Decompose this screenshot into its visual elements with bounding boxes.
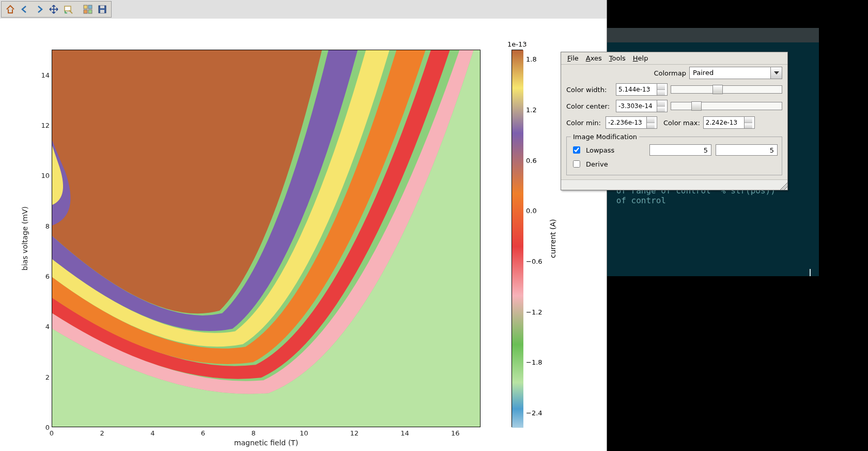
dialog-statusbar [561,179,787,190]
color-min-label: Color min: [566,119,602,127]
save-icon[interactable] [96,3,109,16]
lowpass-field-a[interactable] [649,144,711,156]
color-max-input[interactable] [704,117,744,128]
forward-icon[interactable] [33,3,46,16]
colormap-value: Paired [690,67,770,79]
plot-window: 02468101214 0246810121416 magnetic field… [0,0,607,451]
svg-rect-10 [512,50,523,428]
x-axis-label: magnetic field (T) [52,439,481,447]
y-axis-label: bias voltage (mV) [21,50,30,427]
svg-rect-6 [100,6,104,8]
svg-rect-4 [88,10,92,13]
lowpass-label[interactable]: Lowpass [586,146,614,154]
color-width-input[interactable] [616,84,657,95]
menu-file[interactable]: File [564,53,582,63]
y-axis-ticks: 02468101214 [35,50,50,427]
color-width-label: Color width: [566,86,613,94]
colorbar-exponent: 1e-13 [507,40,527,48]
menu-axes[interactable]: Axes [583,53,605,63]
color-min-spin[interactable] [606,116,657,129]
color-center-spin[interactable] [616,100,668,112]
x-axis-ticks: 0246810121416 [52,429,481,440]
chevron-down-icon[interactable] [770,67,782,79]
color-max-label: Color max: [663,119,700,127]
lowpass-field-b[interactable] [716,144,778,156]
color-center-slider[interactable] [671,102,782,110]
image-modification-group: Image Modification Lowpass Derive [566,133,782,175]
svg-rect-0 [65,6,71,11]
plot-toolbar [1,1,112,18]
resize-grip-icon[interactable] [778,181,787,190]
color-center-label: Color center: [566,102,613,110]
derive-checkbox[interactable] [573,160,580,168]
svg-rect-2 [88,5,92,9]
plot-controls-dialog: File Axes Tools Help Colormap Paired Col… [561,52,788,190]
figure-canvas[interactable]: 02468101214 0246810121416 magnetic field… [0,19,607,451]
colormap-label: Colormap [654,69,686,77]
color-min-input[interactable] [606,117,646,128]
color-center-input[interactable] [616,100,657,112]
menu-help[interactable]: Help [630,53,652,63]
subplots-icon[interactable] [81,3,95,16]
zoom-icon[interactable] [61,3,75,16]
plot-axes[interactable] [52,50,481,427]
dialog-menubar: File Axes Tools Help [561,52,787,65]
home-icon[interactable] [4,3,17,16]
colorbar-label: current (A) [549,50,558,427]
back-icon[interactable] [18,3,32,16]
svg-rect-1 [84,5,87,9]
menu-tools[interactable]: Tools [606,53,629,63]
color-max-spin[interactable] [703,116,755,129]
colorbar [512,50,523,427]
pan-icon[interactable] [47,3,60,16]
derive-label[interactable]: Derive [586,160,608,168]
image-modification-legend: Image Modification [571,133,639,141]
colormap-select[interactable]: Paired [689,67,782,79]
svg-rect-7 [100,10,104,13]
lowpass-checkbox[interactable] [573,146,580,154]
color-width-slider[interactable] [671,85,782,94]
svg-rect-3 [84,10,87,13]
color-width-spin[interactable] [616,83,668,96]
